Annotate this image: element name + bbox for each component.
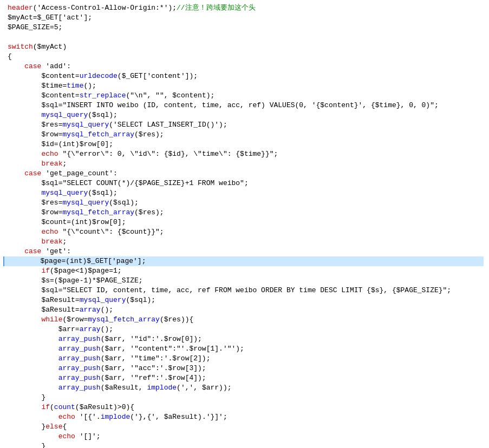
code-line-40: array_push($aResult, implode(',', $arr))… [5,383,484,393]
code-line-43: echo '[{'.implode('},{', $aResult).'}]'; [5,412,484,422]
code-line-25: break; [5,237,484,247]
code-line-15: $id=(int)$row[0]; [5,140,484,149]
code-line-46: } [5,442,484,448]
code-line-27: $page=(int)$_GET['page']; [3,256,484,266]
code-line-31: $aResult=mysql_query($sql); [5,295,484,305]
code-line-17: break; [5,159,484,169]
code-line-10: $content=str_replace("\n", "", $content)… [5,91,484,101]
code-line-26: case 'get': [5,247,484,256]
code-line-21: $res=mysql_query($sql); [5,198,484,208]
code-line-42: if(count($aResult)>0){ [5,403,484,412]
code-line-39: array_push($arr, '"ref":'.$row[4]); [5,373,484,383]
code-line-38: array_push($arr, '"acc":'.$row[3]); [5,364,484,373]
code-line-36: array_push($arr, '"content":"'.$row[1].'… [5,344,484,354]
code-line-23: $count=(int)$row[0]; [5,218,484,227]
code-line-30: $sql="SELECT ID, content, time, acc, ref… [5,286,484,295]
code-line-13: $res=mysql_query('SELECT LAST_INSERT_ID(… [5,120,484,130]
code-line-5: switch($myAct) [5,42,484,52]
code-line-41: } [5,393,484,403]
code-line-4 [5,32,484,42]
code-line-8: $content=urldecode($_GET['content']); [5,71,484,81]
code-line-9: $time=time(); [5,81,484,91]
code-line-29: $s=($page-1)*$PAGE_SIZE; [5,276,484,286]
code-line-12: mysql_query($sql); [5,110,484,120]
code-line-6: { [5,52,484,62]
code-line-22: $row=mysql_fetch_array($res); [5,208,484,218]
code-line-35: array_push($arr, '"id":'.$row[0]); [5,334,484,344]
code-line-19: $sql="SELECT COUNT(*)/{$PAGE_SIZE}+1 FRO… [5,179,484,188]
code-line-24: echo "{\"count\": {$count}}"; [5,227,484,237]
code-line-32: $aResult=array(); [5,305,484,315]
code-line-33: while($row=mysql_fetch_array($res)){ [5,315,484,325]
code-line-11: $sql="INSERT INTO weibo (ID, content, ti… [5,101,484,110]
code-line-18: case 'get_page_count': [5,169,484,179]
code-line-2: $myAct=$_GET['act']; [5,13,484,23]
code-line-28: if($page<1)$page=1; [5,266,484,276]
code-editor: header('Access-Control-Allow-Origin:*');… [0,0,489,448]
code-line-44: }else{ [5,422,484,432]
code-line-16: echo "{\"error\": 0, \"id\": {$id}, \"ti… [5,149,484,159]
code-line-34: $arr=array(); [5,325,484,334]
code-line-20: mysql_query($sql); [5,188,484,198]
code-line-3: $PAGE_SIZE=5; [5,23,484,32]
code-line-7: case 'add': [5,62,484,71]
code-line-45: echo '[]'; [5,432,484,442]
code-line-37: array_push($arr, '"time":'.$row[2]); [5,354,484,364]
code-line-1: header('Access-Control-Allow-Origin:*');… [5,3,484,13]
code-line-14: $row=mysql_fetch_array($res); [5,130,484,140]
